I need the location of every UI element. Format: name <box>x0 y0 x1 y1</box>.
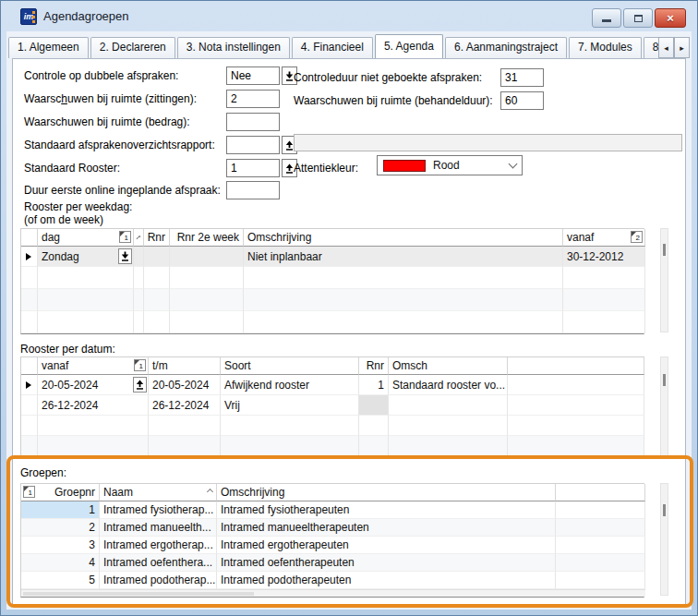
groepen-horizontal-scrollbar[interactable] <box>21 589 645 597</box>
controle-dubbele-field[interactable] <box>226 66 280 85</box>
titlebar[interactable]: im Agendagroepen × <box>2 1 696 31</box>
empty-cell[interactable] <box>244 311 563 333</box>
empty-cell[interactable] <box>563 267 645 289</box>
groepen-cell-naam[interactable]: Intramed ergotherap... <box>100 537 217 554</box>
empty-cell[interactable] <box>38 311 134 333</box>
empty-cell[interactable] <box>556 537 645 554</box>
weekdag-header-vanaf[interactable]: vanaf2 <box>563 229 645 247</box>
empty-cell[interactable] <box>134 267 144 289</box>
datum-vertical-scrollbar[interactable] <box>660 356 668 457</box>
empty-cell[interactable] <box>556 519 645 537</box>
waarschuwen-behandelduur-field[interactable] <box>500 91 544 110</box>
weekdag-header-dag[interactable]: dag1 <box>38 229 134 247</box>
empty-cell[interactable] <box>21 436 38 456</box>
empty-cell[interactable] <box>563 311 645 333</box>
tab-modules[interactable]: 7. Modules <box>569 37 642 58</box>
empty-cell[interactable] <box>508 375 644 395</box>
datum-header-vanaf[interactable]: vanaf1 <box>38 357 149 375</box>
weekdag-header-rnr[interactable]: Rnr <box>144 229 170 247</box>
weekdag-cell-sortdir[interactable] <box>134 247 144 267</box>
empty-cell[interactable] <box>359 436 389 456</box>
empty-cell[interactable] <box>134 311 144 333</box>
datum-cell-vanaf[interactable]: 26-12-2024 <box>38 395 149 416</box>
datum-cell-omsch[interactable]: Standaard rooster vo... <box>389 375 508 395</box>
waarschuwen-bedrag-field[interactable] <box>226 113 280 131</box>
groepen-cell-naam[interactable]: Intramed fysiotherap... <box>100 501 217 519</box>
empty-cell[interactable] <box>244 289 563 311</box>
tab-declareren[interactable]: 2. Declareren <box>90 37 175 58</box>
dag-dropdown-button[interactable] <box>118 248 132 264</box>
datum-header-omsch[interactable]: Omsch <box>389 357 508 375</box>
empty-cell[interactable] <box>508 416 644 436</box>
groepen-cell-omschrijving[interactable]: Intramed ergotherapeuten <box>217 537 556 554</box>
groepen-cell-groepnr[interactable]: 5 <box>21 572 100 589</box>
empty-cell[interactable] <box>38 416 149 436</box>
empty-cell[interactable] <box>221 436 359 456</box>
empty-cell[interactable] <box>556 501 645 519</box>
empty-cell[interactable] <box>389 436 508 456</box>
datum-cell-tm[interactable]: 20-05-2024 <box>149 375 221 395</box>
restore-button[interactable] <box>623 8 653 28</box>
weekdag-cell-rnr[interactable] <box>144 247 170 267</box>
empty-cell[interactable] <box>170 267 244 289</box>
weekdag-header-omschrijving[interactable]: Omschrijving <box>244 229 563 247</box>
empty-cell[interactable] <box>21 311 38 333</box>
empty-cell[interactable] <box>38 436 149 456</box>
datum-cell-tm[interactable]: 26-12-2024 <box>149 395 221 416</box>
datum-cell-soort[interactable]: Afwijkend rooster <box>221 375 359 395</box>
groepen-cell-omschrijving[interactable]: Intramed manueeltherapeuten <box>217 519 556 537</box>
datum-cell-omsch[interactable] <box>389 395 508 416</box>
weekdag-cell-dag[interactable]: Zondag <box>38 247 134 267</box>
close-button[interactable]: × <box>655 8 686 28</box>
empty-cell[interactable] <box>170 311 244 333</box>
groepen-cell-omschrijving[interactable]: Intramed fysiotherapeuten <box>217 501 556 519</box>
groepen-cell-groepnr[interactable]: 4 <box>21 554 100 572</box>
groepen-vertical-scrollbar[interactable] <box>660 483 668 596</box>
empty-cell[interactable] <box>359 416 389 436</box>
empty-cell[interactable] <box>21 416 38 436</box>
duur-eerste-online-field[interactable] <box>226 181 280 199</box>
tab-nota-instellingen[interactable]: 3. Nota instellingen <box>177 37 290 58</box>
empty-cell[interactable] <box>508 436 644 456</box>
empty-cell[interactable] <box>38 289 134 311</box>
empty-cell[interactable] <box>149 436 221 456</box>
groepen-cell-omschrijving[interactable]: Intramed podotherapeuten <box>217 572 556 589</box>
empty-cell[interactable] <box>134 289 144 311</box>
tab-scroll-right-button[interactable]: ▸ <box>674 37 690 58</box>
empty-cell[interactable] <box>21 267 38 289</box>
empty-cell[interactable] <box>244 267 563 289</box>
datum-header-tm[interactable]: t/m <box>149 357 221 375</box>
empty-cell[interactable] <box>21 289 38 311</box>
empty-cell[interactable] <box>221 416 359 436</box>
datum-cell-soort[interactable]: Vrij <box>221 395 359 416</box>
tab-scroll-left-button[interactable]: ◂ <box>658 37 674 58</box>
empty-cell[interactable] <box>149 416 221 436</box>
datum-header-soort[interactable]: Soort <box>221 357 359 375</box>
empty-cell[interactable] <box>144 289 170 311</box>
empty-cell[interactable] <box>556 554 645 572</box>
scrollbar-thumb[interactable] <box>23 592 254 596</box>
groepen-cell-groepnr[interactable]: 2 <box>21 519 100 537</box>
empty-cell[interactable] <box>144 311 170 333</box>
weekdag-vertical-scrollbar[interactable] <box>660 228 668 332</box>
groepen-cell-naam[interactable]: Intramed podotherap... <box>100 572 217 589</box>
groepen-header-naam[interactable]: Naam <box>100 484 217 501</box>
minimize-button[interactable] <box>592 8 621 28</box>
empty-cell[interactable] <box>144 267 170 289</box>
weekdag-cell-vanaf[interactable]: 30-12-2012 <box>563 247 645 267</box>
empty-cell[interactable] <box>556 572 645 589</box>
weekdag-header-rnr2[interactable]: Rnr 2e week <box>170 229 244 247</box>
scrollbar-thumb[interactable] <box>663 504 666 516</box>
scrollbar-thumb[interactable] <box>663 244 666 256</box>
datum-cell-rnr[interactable]: 1 <box>359 375 389 395</box>
standaard-rapport-field[interactable] <box>226 136 280 154</box>
waarschuwen-zittingen-field[interactable] <box>226 90 280 108</box>
groepen-cell-omschrijving[interactable]: Intramed oefentherapeuten <box>217 554 556 572</box>
empty-cell[interactable] <box>389 416 508 436</box>
tab-financieel[interactable]: 4. Financieel <box>292 37 373 58</box>
datum-header-rnr[interactable]: Rnr <box>359 357 389 375</box>
weekdag-cell-rnr2[interactable] <box>170 247 244 267</box>
empty-cell[interactable] <box>170 289 244 311</box>
groepen-header-omschrijving[interactable]: Omschrijving <box>217 484 556 501</box>
groepen-cell-naam[interactable]: Intramed oefenthera... <box>100 554 217 572</box>
